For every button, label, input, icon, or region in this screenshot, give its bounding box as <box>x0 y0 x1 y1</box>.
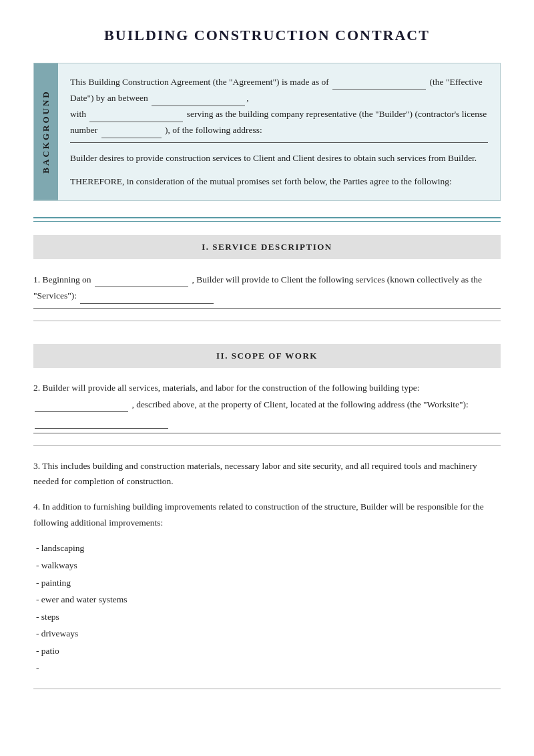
list-item: - ewer and water systems <box>36 591 501 608</box>
divider-double <box>33 217 501 218</box>
section-1-clause-1: 1. Beginning on , Builder will provide t… <box>33 271 501 309</box>
section-2-block: II. SCOPE OF WORK 2. Builder will provid… <box>33 344 501 690</box>
address-blank <box>70 142 488 143</box>
list-item: - patio <box>36 642 501 660</box>
section-1-block: I. SERVICE DESCRIPTION 1. Beginning on ,… <box>33 235 501 309</box>
worksite-blank-2 <box>33 433 501 433</box>
worksite-blank <box>35 412 168 429</box>
services-blank <box>80 287 214 304</box>
background-label: BACKGROUND <box>34 63 58 200</box>
list-item: - <box>36 660 501 677</box>
party-name-blank <box>152 90 245 106</box>
section-1-header: I. SERVICE DESCRIPTION <box>33 235 501 259</box>
building-type-blank <box>35 396 128 413</box>
representative-blank <box>89 106 183 122</box>
section-1-divider <box>33 321 501 321</box>
background-paragraph-1: This Building Construction Agreement (th… <box>70 74 488 143</box>
list-item: - walkways <box>36 557 501 574</box>
divider-thin <box>33 221 501 222</box>
background-content: This Building Construction Agreement (th… <box>58 63 500 200</box>
effective-date-blank <box>332 74 426 90</box>
start-date-blank <box>95 271 188 288</box>
improvements-list: - landscaping- walkways- painting- ewer … <box>33 540 501 677</box>
list-item: - steps <box>36 608 501 626</box>
background-paragraph-3: THEREFORE, in consideration of the mutua… <box>70 174 488 190</box>
background-section: BACKGROUND This Building Construction Ag… <box>33 63 501 201</box>
section-2-clause-2: 2. Builder will provide all services, ma… <box>33 380 501 433</box>
list-item: - landscaping <box>36 540 501 557</box>
section-2-header: II. SCOPE OF WORK <box>33 344 501 368</box>
document-page: BUILDING CONSTRUCTION CONTRACT BACKGROUN… <box>0 0 534 756</box>
license-blank <box>101 122 162 138</box>
services-blank-2 <box>33 308 501 309</box>
clause-2-divider <box>33 445 501 446</box>
list-item: - painting <box>36 574 501 592</box>
list-divider <box>33 689 501 689</box>
background-paragraph-2: Builder desires to provide construction … <box>70 151 488 166</box>
section-2-clause-3: 3. This includes building and constructi… <box>33 458 501 531</box>
document-title: BUILDING CONSTRUCTION CONTRACT <box>33 27 501 44</box>
list-item: - driveways <box>36 625 501 642</box>
